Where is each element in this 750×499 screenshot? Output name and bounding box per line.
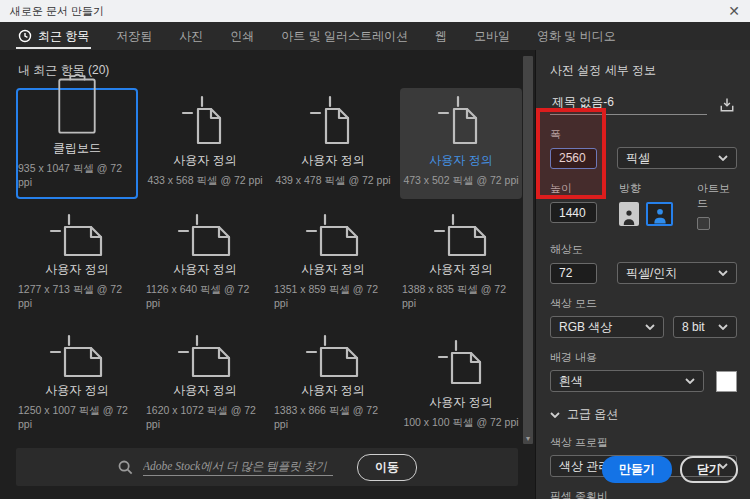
doc-landscape-icon [177,332,233,382]
doc-portrait-icon [309,90,357,152]
chevron-down-icon [645,324,655,330]
card-size: 439 x 478 픽셀 @ 72 ppi [275,174,390,188]
recent-document-card[interactable]: 사용자 정의 1620 x 1072 픽셀 @ 72 ppi [144,330,266,441]
doc-landscape-icon [177,211,233,261]
card-name: 사용자 정의 [173,261,236,278]
recent-document-card[interactable]: 사용자 정의 439 x 478 픽셀 @ 72 ppi [272,88,394,199]
card-size: 1277 x 713 픽셀 @ 72 ppi [18,283,136,309]
recent-document-card[interactable]: 클립보드 935 x 1047 픽셀 @ 72 ppi [16,88,138,199]
tab-8[interactable]: 영화 및 비디오 [537,22,616,50]
advanced-options-label: 고급 옵션 [567,406,618,423]
recent-document-card[interactable]: 사용자 정의 1383 x 866 픽셀 @ 72 ppi [272,330,394,441]
create-button[interactable]: 만들기 [602,456,672,483]
height-input[interactable]: 1440 [550,202,597,223]
save-preset-button[interactable] [717,95,737,115]
window-title: 새로운 문서 만들기 [10,4,104,19]
card-size: 1351 x 859 픽셀 @ 72 ppi [274,283,392,309]
chevron-down-icon [685,378,695,384]
color-mode-value: RGB 색상 [559,319,612,336]
chevron-down-icon [718,324,728,330]
tab-6[interactable]: 웹 [435,22,447,50]
recent-document-card[interactable]: 사용자 정의 100 x 100 픽셀 @ 72 ppi [400,330,522,441]
recent-document-card[interactable]: 사용자 정의 473 x 502 픽셀 @ 72 ppi [400,88,522,199]
tab-7[interactable]: 모바일 [474,22,510,50]
preset-details-header: 사전 설정 세부 정보 [550,62,737,79]
card-name: 사용자 정의 [301,382,364,399]
width-input[interactable]: 2560 [550,148,597,169]
portrait-person-icon [622,208,636,226]
card-size: 473 x 502 픽셀 @ 72 ppi [403,174,518,188]
color-mode-label: 색상 모드 [550,296,737,311]
card-size: 1620 x 1072 픽셀 @ 72 ppi [146,404,264,430]
resolution-label: 해상도 [550,242,737,257]
stock-search-input[interactable] [143,458,333,476]
recent-cards-grid: 클립보드 935 x 1047 픽셀 @ 72 ppi 사용자 정의 433 x… [16,88,522,441]
card-name: 사용자 정의 [45,261,108,278]
card-name: 사용자 정의 [45,382,108,399]
card-name: 클립보드 [53,140,101,157]
card-size: 1383 x 866 픽셀 @ 72 ppi [274,404,392,430]
card-size: 1126 x 640 픽셀 @ 72 ppi [146,283,264,309]
card-size: 935 x 1047 픽셀 @ 72 ppi [18,162,136,188]
tab-5[interactable]: 아트 및 일러스트레이션 [281,22,408,50]
scroll-down-icon[interactable]: ▾ [526,434,530,444]
card-name: 사용자 정의 [301,261,364,278]
clipboard-icon [50,68,104,140]
color-mode-select[interactable]: RGB 색상 [550,316,664,338]
artboard-checkbox[interactable] [697,217,710,230]
card-name: 사용자 정의 [429,261,492,278]
document-title-input[interactable] [550,93,707,115]
unit-select[interactable]: 픽셀 [617,147,737,169]
doc-landscape-icon [305,332,361,382]
save-preset-icon [718,96,736,114]
go-button[interactable]: 이동 [357,454,417,481]
vertical-scrollbar[interactable]: ▾ [523,56,533,444]
tab-3[interactable]: 사진 [179,22,203,50]
clock-icon [18,29,32,43]
card-name: 사용자 정의 [301,152,364,169]
width-label: 폭 [550,127,737,142]
card-size: 1388 x 835 픽셀 @ 72 ppi [402,283,520,309]
adobe-stock-searchbar: 이동 [16,448,518,486]
resolution-unit-select[interactable]: 픽셀/인치 [617,262,737,284]
recent-document-card[interactable]: 사용자 정의 1277 x 713 픽셀 @ 72 ppi [16,209,138,320]
recent-documents-pane: 내 최근 항목 (20) 클립보드 935 x 1047 픽셀 @ 72 ppi… [0,50,535,499]
doc-landscape-icon [433,211,489,261]
preset-details-panel: 사전 설정 세부 정보 폭 2560 픽셀 [535,50,750,499]
doc-landscape-icon [49,332,105,382]
tab-4[interactable]: 인쇄 [230,22,254,50]
bit-depth-value: 8 bit [682,320,705,334]
tab-1[interactable]: 최근 항목 [18,22,89,50]
recent-document-card[interactable]: 사용자 정의 1388 x 835 픽셀 @ 72 ppi [400,209,522,320]
bit-depth-select[interactable]: 8 bit [673,316,737,338]
background-color-swatch[interactable] [716,371,737,392]
doc-portrait-icon [437,90,485,152]
recent-document-card[interactable]: 사용자 정의 1126 x 640 픽셀 @ 72 ppi [144,209,266,320]
chevron-down-icon [718,155,728,161]
resolution-input[interactable]: 72 [550,263,597,284]
background-label: 배경 내용 [550,350,737,365]
recent-document-card[interactable]: 사용자 정의 433 x 568 픽셀 @ 72 ppi [144,88,266,199]
recent-document-card[interactable]: 사용자 정의 1250 x 1007 픽셀 @ 72 ppi [16,330,138,441]
card-name: 사용자 정의 [429,394,492,411]
doc-square-icon [437,332,485,394]
category-tabbar: 최근 항목저장됨사진인쇄아트 및 일러스트레이션웹모바일영화 및 비디오 [0,22,750,50]
advanced-options-toggle[interactable]: 고급 옵션 [550,406,737,423]
color-profile-label: 색상 프로필 [550,435,737,450]
card-size: 100 x 100 픽셀 @ 72 ppi [403,416,518,430]
orientation-landscape-button[interactable] [646,202,673,226]
card-size: 433 x 568 픽셀 @ 72 ppi [147,174,262,188]
tab-2[interactable]: 저장됨 [116,22,152,50]
close-icon[interactable]: ✕ [728,4,740,18]
unit-value: 픽셀 [626,150,650,167]
card-name: 사용자 정의 [173,382,236,399]
card-size: 1250 x 1007 픽셀 @ 72 ppi [18,404,136,430]
chevron-down-icon [718,270,728,276]
orientation-portrait-button[interactable] [619,202,639,226]
recent-document-card[interactable]: 사용자 정의 1351 x 859 픽셀 @ 72 ppi [272,209,394,320]
close-button[interactable]: 닫기 [680,456,738,483]
doc-landscape-icon [49,211,105,261]
background-select[interactable]: 흰색 [550,370,704,392]
new-document-dialog: 새로운 문서 만들기 ✕ 최근 항목저장됨사진인쇄아트 및 일러스트레이션웹모바… [0,0,750,499]
landscape-person-icon [651,207,669,224]
